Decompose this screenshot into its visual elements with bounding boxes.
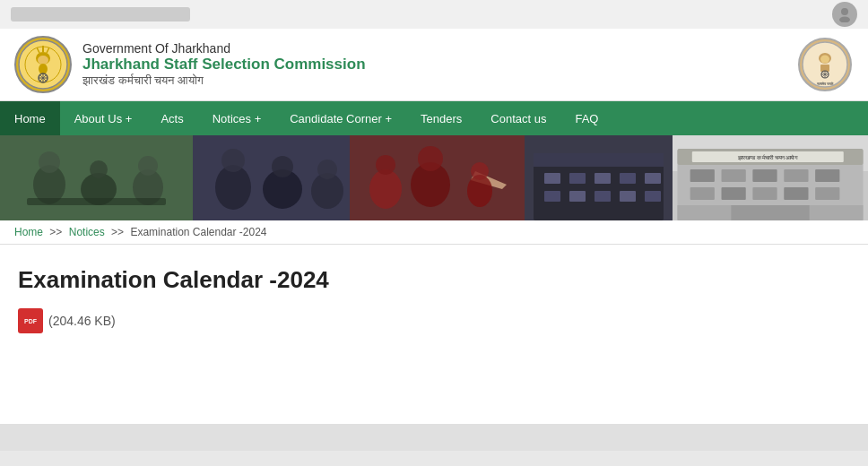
svg-point-39 xyxy=(272,156,293,177)
svg-rect-52 xyxy=(534,153,664,167)
page-title: Examination Calendar -2024 xyxy=(18,266,850,294)
svg-point-30 xyxy=(90,160,108,178)
svg-rect-80 xyxy=(731,205,809,220)
breadcrumb-sep-2: >> xyxy=(111,226,124,238)
svg-rect-76 xyxy=(752,187,777,200)
svg-point-45 xyxy=(376,155,395,175)
user-avatar[interactable] xyxy=(832,2,857,27)
hero-banner: झारखण्ड कर्मचारी चयन आयोग xyxy=(0,135,868,220)
nav-candidate-corner[interactable]: Candidate Corner + xyxy=(275,101,406,135)
svg-point-17 xyxy=(820,56,829,64)
pdf-icon-inner: PDF xyxy=(24,318,37,324)
svg-point-41 xyxy=(317,160,337,179)
site-header: Government Of Jharkhand Jharkhand Staff … xyxy=(0,29,868,101)
emblem-image: सत्यमेव जयते xyxy=(798,38,852,91)
top-bar-left xyxy=(11,7,190,22)
svg-rect-74 xyxy=(690,187,715,200)
svg-rect-33 xyxy=(27,198,166,205)
top-bar xyxy=(0,0,868,29)
main-content: Examination Calendar -2024 PDF (204.46 K… xyxy=(0,245,868,424)
breadcrumb-notices[interactable]: Notices xyxy=(69,226,105,238)
pdf-label: PDF xyxy=(24,318,37,324)
hero-panel-building-dark xyxy=(525,135,673,220)
svg-rect-53 xyxy=(544,173,560,184)
org-name: Government Of Jharkhand xyxy=(82,41,366,56)
svg-point-0 xyxy=(841,8,848,15)
nav-home[interactable]: Home xyxy=(0,101,60,135)
svg-point-32 xyxy=(138,156,158,176)
svg-rect-59 xyxy=(569,191,586,202)
state-emblem: सत्यमेव जयते xyxy=(796,36,854,93)
svg-point-28 xyxy=(39,151,60,173)
svg-point-49 xyxy=(471,162,489,180)
svg-rect-56 xyxy=(620,173,636,184)
commission-name: Jharkhand Staff Selection Commission xyxy=(82,56,366,73)
file-size: (204.46 KB) xyxy=(48,314,116,328)
svg-rect-78 xyxy=(815,187,839,200)
svg-rect-69 xyxy=(690,169,715,182)
footer-area xyxy=(0,424,868,451)
pdf-icon: PDF xyxy=(18,308,43,333)
svg-rect-55 xyxy=(595,173,611,184)
nav-contact[interactable]: Contact us xyxy=(476,101,560,135)
nav-about-us[interactable]: About Us + xyxy=(60,101,147,135)
svg-text:झारखण्ड कर्मचारी चयन आयोग: झारखण्ड कर्मचारी चयन आयोग xyxy=(737,154,798,160)
svg-rect-60 xyxy=(595,191,611,202)
svg-rect-61 xyxy=(620,191,636,202)
svg-rect-75 xyxy=(722,187,746,200)
svg-rect-62 xyxy=(645,191,661,202)
svg-rect-70 xyxy=(722,169,746,182)
svg-point-5 xyxy=(38,56,48,65)
svg-rect-54 xyxy=(569,173,586,184)
organization-logo xyxy=(14,36,72,93)
svg-rect-58 xyxy=(544,191,560,202)
svg-point-1 xyxy=(839,17,850,23)
svg-point-37 xyxy=(221,149,245,172)
svg-rect-57 xyxy=(645,173,661,184)
main-navbar: Home About Us + Acts Notices + Candidate… xyxy=(0,101,868,135)
nav-faq[interactable]: FAQ xyxy=(560,101,612,135)
svg-rect-73 xyxy=(815,169,839,182)
breadcrumb-current: Examination Calendar -2024 xyxy=(130,226,266,238)
svg-rect-72 xyxy=(784,169,808,182)
hero-panel-crowd xyxy=(350,135,525,220)
svg-rect-77 xyxy=(784,187,808,200)
breadcrumb: Home >> Notices >> Examination Calendar … xyxy=(0,220,868,245)
hero-panel-students xyxy=(0,135,193,220)
nav-acts[interactable]: Acts xyxy=(146,101,197,135)
header-text-block: Government Of Jharkhand Jharkhand Staff … xyxy=(82,41,366,88)
file-download-link[interactable]: PDF (204.46 KB) xyxy=(18,308,850,333)
nav-notices[interactable]: Notices + xyxy=(198,101,276,135)
svg-point-9 xyxy=(39,64,48,74)
svg-rect-71 xyxy=(752,169,777,182)
nav-tenders[interactable]: Tenders xyxy=(406,101,476,135)
svg-point-47 xyxy=(418,146,443,171)
breadcrumb-home[interactable]: Home xyxy=(14,226,43,238)
svg-text:सत्यमेव जयते: सत्यमेव जयते xyxy=(816,82,834,86)
url-bar xyxy=(11,7,190,22)
hindi-name: झारखंड कर्मचारी चयन आयोग xyxy=(82,73,366,88)
svg-point-44 xyxy=(369,169,402,209)
hero-panel-building-light: झारखण्ड कर्मचारी चयन आयोग xyxy=(673,135,868,220)
header-left: Government Of Jharkhand Jharkhand Staff … xyxy=(14,36,366,93)
hero-panel-people xyxy=(193,135,350,220)
breadcrumb-sep-1: >> xyxy=(49,226,62,238)
